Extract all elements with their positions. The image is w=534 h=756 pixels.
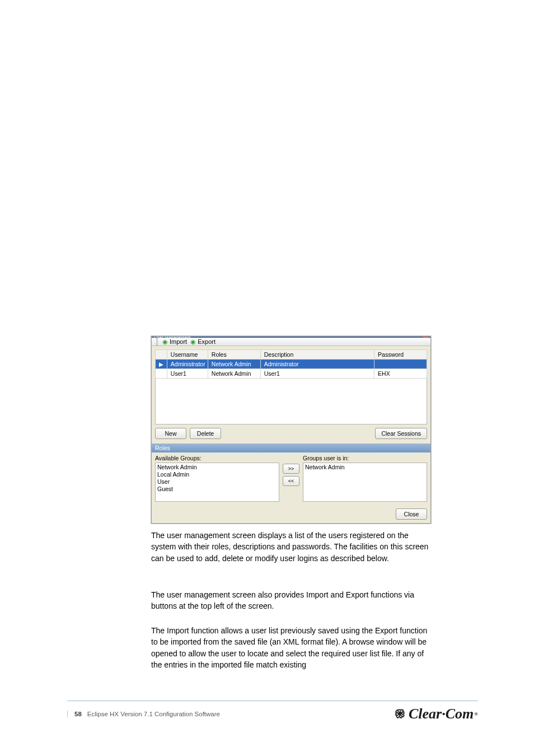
delete-button[interactable]: Delete: [190, 428, 221, 439]
window-footer: Close: [152, 505, 430, 523]
toolbar: ◉ Import ◉ Export: [152, 338, 430, 346]
brand-text-a: Clear·: [409, 706, 446, 722]
groups-user-in-label: Groups user is in:: [303, 455, 427, 461]
col-password[interactable]: Password: [374, 350, 427, 360]
roles-zone: Available Groups: Network Admin Local Ad…: [152, 452, 430, 505]
logo-icon: ֎: [394, 707, 406, 721]
groups-user-in-listbox[interactable]: Network Admin: [303, 463, 427, 502]
user-management-window: User Management ◉ Import ◉ Export: [151, 336, 431, 524]
available-groups-label: Available Groups:: [155, 455, 279, 461]
new-button[interactable]: New: [155, 428, 186, 439]
body-paragraph: The Import function allows a user list p…: [151, 625, 431, 670]
trademark: ®: [474, 711, 478, 717]
export-icon: ◉: [190, 339, 196, 345]
cell-roles[interactable]: Network Admin: [208, 369, 260, 379]
available-groups-col: Available Groups: Network Admin Local Ad…: [155, 455, 279, 502]
list-item[interactable]: User: [157, 478, 277, 486]
groups-user-in-col: Groups user is in: Network Admin: [303, 455, 427, 502]
list-item[interactable]: Guest: [157, 486, 277, 493]
cell-username[interactable]: Administrator: [167, 360, 208, 369]
body-paragraph: The user management screen also provides…: [151, 589, 431, 612]
page-number: 58: [74, 711, 82, 717]
cell-username[interactable]: User1: [167, 369, 208, 379]
list-item[interactable]: Local Admin: [157, 471, 277, 478]
grid-header-row: Username Roles Description Password: [156, 350, 427, 360]
brand-text-b: Com: [446, 706, 474, 722]
export-button[interactable]: ◉ Export: [190, 338, 216, 345]
cell-description[interactable]: Administrator: [260, 360, 374, 369]
list-item[interactable]: Network Admin: [157, 464, 277, 471]
toolbar-grip: [156, 338, 158, 346]
roles-section-header: Roles: [152, 444, 430, 452]
col-username[interactable]: Username: [167, 350, 208, 360]
add-group-button[interactable]: >>: [283, 464, 299, 474]
footer-left: 58 Eclipse HX Version 7.1 Configuration …: [67, 711, 220, 717]
grid-empty-area: [155, 379, 427, 424]
cell-description[interactable]: User1: [260, 369, 374, 379]
user-grid[interactable]: Username Roles Description Password ▶ Ad…: [155, 349, 427, 379]
import-button[interactable]: ◉ Import: [162, 338, 187, 345]
page-footer: 58 Eclipse HX Version 7.1 Configuration …: [67, 701, 478, 722]
cell-password[interactable]: [374, 360, 427, 369]
mover-buttons: >> <<: [283, 455, 299, 486]
import-icon: ◉: [162, 339, 168, 345]
import-label: Import: [170, 338, 187, 345]
col-roles[interactable]: Roles: [208, 350, 260, 360]
user-grid-wrapper: Username Roles Description Password ▶ Ad…: [152, 346, 430, 424]
list-item[interactable]: Network Admin: [305, 464, 425, 471]
cell-password[interactable]: EHX: [374, 369, 427, 379]
table-row[interactable]: ▶ Administrator Network Admin Administra…: [156, 360, 427, 369]
available-groups-listbox[interactable]: Network Admin Local Admin User Guest: [155, 463, 279, 502]
export-label: Export: [198, 338, 216, 345]
clear-sessions-button[interactable]: Clear Sessions: [375, 428, 427, 439]
row-selector-icon: ▶: [159, 361, 163, 367]
col-description[interactable]: Description: [260, 350, 374, 360]
close-button[interactable]: Close: [396, 508, 427, 520]
remove-group-button[interactable]: <<: [283, 476, 299, 486]
doc-title: Eclipse HX Version 7.1 Configuration Sof…: [87, 711, 220, 717]
brand-logo: ֎ Clear·Com®: [394, 706, 478, 722]
cell-roles[interactable]: Network Admin: [208, 360, 260, 369]
body-paragraph: The user management screen displays a li…: [151, 530, 431, 564]
table-row[interactable]: User1 Network Admin User1 EHX: [156, 369, 427, 379]
grid-buttons: New Delete Clear Sessions: [152, 424, 430, 444]
